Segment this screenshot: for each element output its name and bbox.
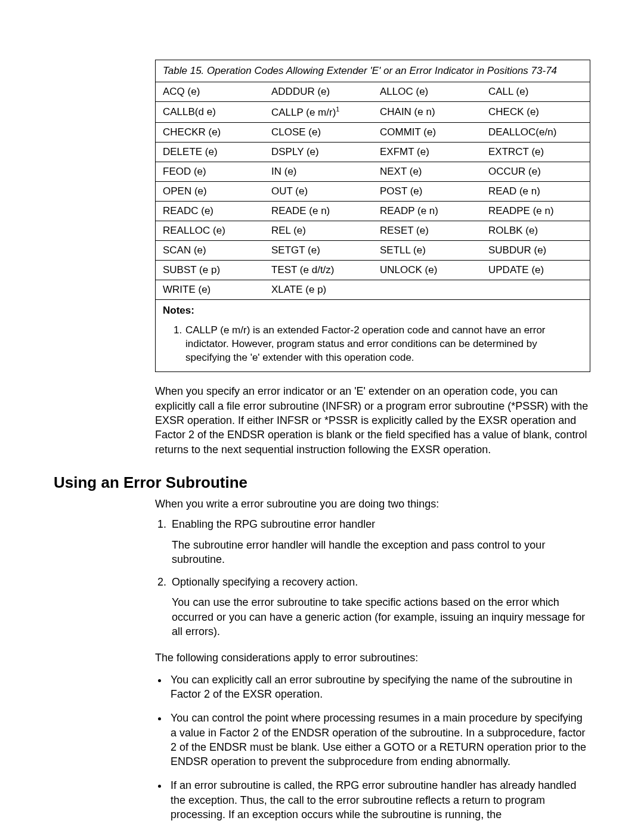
op-cell: DSPLY (e) xyxy=(264,142,373,162)
note-text: CALLP (e m/r) is an extended Factor-2 op… xyxy=(185,324,583,365)
op-cell: CHAIN (e n) xyxy=(373,102,481,123)
list-item: If an error subroutine is called, the RP… xyxy=(168,778,590,822)
op-cell: NEXT (e) xyxy=(373,162,481,181)
operation-codes-table: Table 15. Operation Codes Allowing Exten… xyxy=(155,60,590,372)
numbered-list: Enabling the RPG subroutine error handle… xyxy=(155,517,590,639)
table-row: ACQ (e) ADDDUR (e) ALLOC (e) CALL (e) xyxy=(156,82,590,102)
table-row: DELETE (e) DSPLY (e) EXFMT (e) EXTRCT (e… xyxy=(156,142,590,162)
list-item: You can control the point where processi… xyxy=(168,711,590,769)
op-cell: XLATE (e p) xyxy=(264,280,373,299)
op-cell: EXFMT (e) xyxy=(373,142,481,162)
notes-label: Notes: xyxy=(156,299,590,321)
table-row: REALLOC (e) REL (e) RESET (e) ROLBK (e) xyxy=(156,221,590,240)
body-paragraph: When you write a error subroutine you ar… xyxy=(155,497,590,511)
table-row: FEOD (e) IN (e) NEXT (e) OCCUR (e) xyxy=(156,162,590,181)
op-cell: READ (e n) xyxy=(481,181,590,201)
op-cell: CHECKR (e) xyxy=(156,122,264,142)
notes-header-row: Notes: xyxy=(156,299,590,321)
op-cell: SETLL (e) xyxy=(373,240,481,260)
op-cell: ROLBK (e) xyxy=(481,221,590,240)
op-cell: TEST (e d/t/z) xyxy=(264,260,373,280)
op-cell: FEOD (e) xyxy=(156,162,264,181)
footnote-ref: 1 xyxy=(336,106,339,113)
op-cell: EXTRCT (e) xyxy=(481,142,590,162)
op-cell: CHECK (e) xyxy=(481,102,590,123)
op-cell: IN (e) xyxy=(264,162,373,181)
body-paragraph: When you specify an error indicator or a… xyxy=(155,384,590,456)
op-cell xyxy=(373,280,481,299)
op-cell: DELETE (e) xyxy=(156,142,264,162)
op-cell: CALLP (e m/r)1 xyxy=(264,102,373,123)
list-item: Optionally specifying a recovery action.… xyxy=(169,575,590,639)
op-cell: SUBST (e p) xyxy=(156,260,264,280)
op-cell xyxy=(481,280,590,299)
op-cell: SCAN (e) xyxy=(156,240,264,260)
table-row: SUBST (e p) TEST (e d/t/z) UNLOCK (e) UP… xyxy=(156,260,590,280)
op-cell: DEALLOC(e/n) xyxy=(481,122,590,142)
list-item-sub: You can use the error subroutine to take… xyxy=(172,595,590,639)
op-cell: SETGT (e) xyxy=(264,240,373,260)
bullet-list: You can explicitly call an error subrout… xyxy=(155,673,590,822)
note-number: 1. xyxy=(174,324,185,365)
op-cell: READC (e) xyxy=(156,201,264,221)
op-cell: UPDATE (e) xyxy=(481,260,590,280)
table-row: WRITE (e) XLATE (e p) xyxy=(156,280,590,299)
op-cell: OCCUR (e) xyxy=(481,162,590,181)
op-cell: CALL (e) xyxy=(481,82,590,102)
op-cell: CLOSE (e) xyxy=(264,122,373,142)
op-cell: OUT (e) xyxy=(264,181,373,201)
table-row: OPEN (e) OUT (e) POST (e) READ (e n) xyxy=(156,181,590,201)
table-row: READC (e) READE (e n) READP (e n) READPE… xyxy=(156,201,590,221)
op-cell: COMMIT (e) xyxy=(373,122,481,142)
op-cell: WRITE (e) xyxy=(156,280,264,299)
list-item: Enabling the RPG subroutine error handle… xyxy=(169,517,590,566)
op-cell: READPE (e n) xyxy=(481,201,590,221)
body-paragraph: The following considerations apply to er… xyxy=(155,651,590,665)
table-row: SCAN (e) SETGT (e) SETLL (e) SUBDUR (e) xyxy=(156,240,590,260)
op-cell: RESET (e) xyxy=(373,221,481,240)
op-cell: ALLOC (e) xyxy=(373,82,481,102)
op-cell: REL (e) xyxy=(264,221,373,240)
op-cell: OPEN (e) xyxy=(156,181,264,201)
op-cell: ACQ (e) xyxy=(156,82,264,102)
table-row: CHECKR (e) CLOSE (e) COMMIT (e) DEALLOC(… xyxy=(156,122,590,142)
list-item: You can explicitly call an error subrout… xyxy=(168,673,590,702)
list-item-text: Enabling the RPG subroutine error handle… xyxy=(172,518,375,530)
op-cell: UNLOCK (e) xyxy=(373,260,481,280)
table-caption: Table 15. Operation Codes Allowing Exten… xyxy=(156,60,590,82)
op-cell: SUBDUR (e) xyxy=(481,240,590,260)
op-cell: CALLB(d e) xyxy=(156,102,264,123)
table-row: CALLB(d e) CALLP (e m/r)1 CHAIN (e n) CH… xyxy=(156,102,590,123)
op-cell: REALLOC (e) xyxy=(156,221,264,240)
list-item-sub: The subroutine error handler will handle… xyxy=(172,538,590,567)
section-heading: Using an Error Subroutine xyxy=(54,473,590,492)
list-item-text: Optionally specifying a recovery action. xyxy=(172,576,358,588)
op-cell: POST (e) xyxy=(373,181,481,201)
op-cell: READE (e n) xyxy=(264,201,373,221)
note-row: 1. CALLP (e m/r) is an extended Factor-2… xyxy=(156,321,590,372)
op-cell: READP (e n) xyxy=(373,201,481,221)
op-cell: ADDDUR (e) xyxy=(264,82,373,102)
